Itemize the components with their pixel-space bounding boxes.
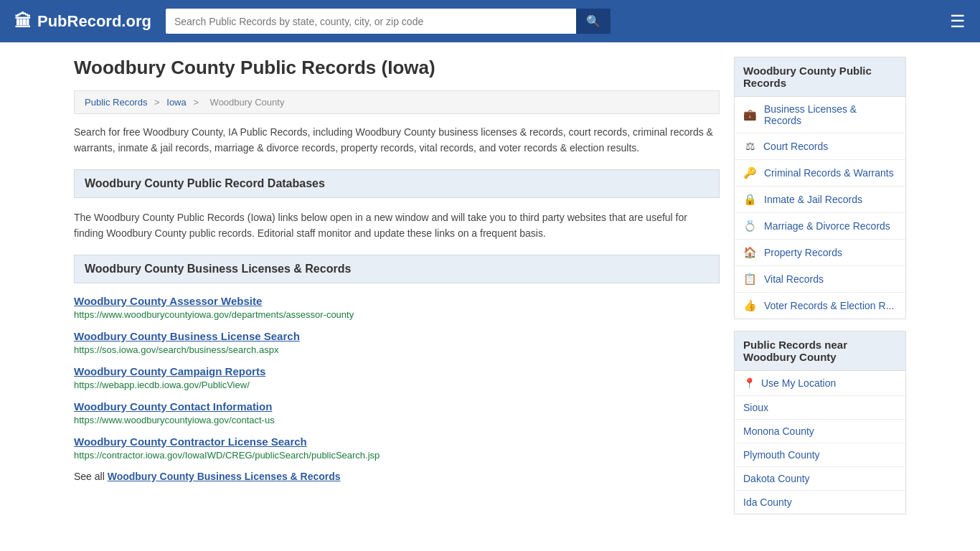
nearby-monona[interactable]: Monona County — [735, 420, 905, 443]
link-url-3[interactable]: https://www.woodburycountyiowa.gov/conta… — [74, 415, 720, 425]
link-item-0: Woodbury County Assessor Website https:/… — [74, 295, 720, 320]
main-container: Woodbury County Public Records (Iowa) Pu… — [60, 42, 920, 540]
sidebar-item-vital[interactable]: 📋 Vital Records — [735, 266, 905, 293]
sidebar-item-court[interactable]: ⚖ Court Records — [735, 133, 905, 160]
sidebar-public-records-title: Woodbury County Public Records — [735, 57, 905, 97]
breadcrumb: Public Records > Iowa > Woodbury County — [74, 90, 720, 114]
link-title-2[interactable]: Woodbury County Campaign Reports — [74, 365, 720, 377]
clipboard-icon: 📋 — [743, 273, 757, 286]
see-all-link[interactable]: Woodbury County Business Licenses & Reco… — [108, 471, 341, 482]
sidebar-item-label-marriage: Marriage & Divorce Records — [764, 220, 890, 232]
nearby-ida[interactable]: Ida County — [735, 491, 905, 514]
databases-section-header: Woodbury County Public Record Databases — [74, 169, 720, 198]
nearby-box-title: Public Records near Woodbury County — [735, 331, 905, 371]
public-records-box: Woodbury County Public Records 💼 Busines… — [734, 57, 906, 319]
sidebar-item-label-inmate: Inmate & Jail Records — [764, 194, 862, 205]
nearby-dakota[interactable]: Dakota County — [735, 467, 905, 491]
sidebar-item-property[interactable]: 🏠 Property Records — [735, 240, 905, 266]
sidebar-item-label-property: Property Records — [764, 247, 842, 258]
ring-icon: 💍 — [743, 220, 757, 232]
sidebar-item-criminal[interactable]: 🔑 Criminal Records & Warrants — [735, 160, 905, 187]
databases-section-text: The Woodbury County Public Records (Iowa… — [74, 209, 720, 242]
description-text: Search for free Woodbury County, IA Publ… — [74, 124, 720, 156]
link-item-2: Woodbury County Campaign Reports https:/… — [74, 365, 720, 390]
lock-icon: 🔒 — [743, 193, 757, 206]
link-item-3: Woodbury County Contact Information http… — [74, 400, 720, 425]
sidebar-item-label-business: Business Licenses & Records — [764, 103, 897, 126]
search-button[interactable]: 🔍 — [576, 9, 611, 34]
house-icon: 🏠 — [743, 246, 757, 259]
breadcrumb-iowa[interactable]: Iowa — [166, 97, 186, 108]
search-input[interactable] — [166, 9, 576, 34]
link-title-1[interactable]: Woodbury County Business License Search — [74, 330, 720, 342]
logo-text: PubRecord.org — [37, 12, 151, 31]
sidebar-item-voter[interactable]: 👍 Voter Records & Election R... — [735, 293, 905, 319]
link-item-4: Woodbury County Contractor License Searc… — [74, 435, 720, 461]
breadcrumb-county: Woodbury County — [210, 97, 285, 108]
use-location-label: Use My Location — [761, 377, 836, 389]
logo[interactable]: 🏛 PubRecord.org — [14, 11, 151, 32]
link-item-1: Woodbury County Business License Search … — [74, 330, 720, 355]
link-url-1[interactable]: https://sos.iowa.gov/search/business/sea… — [74, 344, 720, 355]
nearby-box: Public Records near Woodbury County 📍 Us… — [734, 331, 906, 514]
page-title: Woodbury County Public Records (Iowa) — [74, 57, 720, 79]
sidebar: Woodbury County Public Records 💼 Busines… — [734, 57, 906, 526]
link-url-4[interactable]: https://contractor.iowa.gov/IowaIWD/CREG… — [74, 450, 720, 461]
nearby-sioux[interactable]: Sioux — [735, 396, 905, 420]
location-icon: 📍 — [743, 377, 755, 389]
sidebar-item-label-criminal: Criminal Records & Warrants — [764, 167, 894, 179]
logo-icon: 🏛 — [14, 11, 32, 32]
see-all-text: See all Woodbury County Business License… — [74, 471, 720, 482]
link-url-2[interactable]: https://webapp.iecdb.iowa.gov/PublicView… — [74, 380, 720, 390]
link-url-0[interactable]: https://www.woodburycountyiowa.gov/depar… — [74, 309, 720, 320]
nearby-plymouth[interactable]: Plymouth County — [735, 443, 905, 467]
sidebar-item-label-vital: Vital Records — [764, 273, 824, 285]
main-content: Woodbury County Public Records (Iowa) Pu… — [74, 57, 720, 526]
breadcrumb-public-records[interactable]: Public Records — [85, 97, 147, 108]
link-title-4[interactable]: Woodbury County Contractor License Searc… — [74, 435, 720, 448]
header: 🏛 PubRecord.org 🔍 ☰ — [0, 0, 980, 42]
key-icon: 🔑 — [743, 166, 757, 179]
sidebar-item-label-court: Court Records — [763, 141, 828, 152]
search-bar: 🔍 — [166, 9, 611, 34]
business-section-header: Woodbury County Business Licenses & Reco… — [74, 255, 720, 283]
business-links: Woodbury County Assessor Website https:/… — [74, 295, 720, 482]
briefcase-icon: 💼 — [743, 108, 757, 121]
link-title-3[interactable]: Woodbury County Contact Information — [74, 400, 720, 413]
sidebar-item-business[interactable]: 💼 Business Licenses & Records — [735, 97, 905, 133]
use-location-button[interactable]: 📍 Use My Location — [735, 371, 905, 396]
scales-icon: ⚖ — [743, 140, 756, 153]
sidebar-item-marriage[interactable]: 💍 Marriage & Divorce Records — [735, 213, 905, 240]
breadcrumb-sep-2: > — [193, 97, 201, 108]
sidebar-item-inmate[interactable]: 🔒 Inmate & Jail Records — [735, 187, 905, 213]
breadcrumb-sep-1: > — [154, 97, 162, 108]
hamburger-button[interactable]: ☰ — [950, 11, 966, 32]
hamburger-icon: ☰ — [950, 11, 966, 31]
search-icon: 🔍 — [586, 15, 600, 27]
thumbsup-icon: 👍 — [743, 299, 757, 312]
link-title-0[interactable]: Woodbury County Assessor Website — [74, 295, 720, 307]
sidebar-item-label-voter: Voter Records & Election R... — [764, 300, 894, 311]
